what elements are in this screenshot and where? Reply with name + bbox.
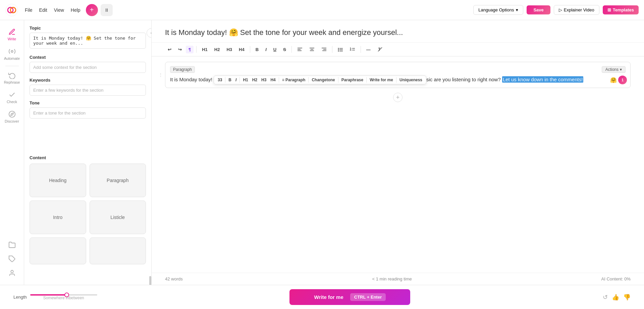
keywords-input[interactable]: [30, 85, 146, 96]
it-h1-button[interactable]: H1: [241, 77, 250, 83]
unordered-list-button[interactable]: [335, 45, 346, 53]
content-card-empty-2[interactable]: [90, 237, 146, 264]
scroll-thumb[interactable]: [149, 276, 151, 285]
h4-button[interactable]: H4: [236, 46, 247, 53]
refresh-icon[interactable]: ↺: [603, 294, 608, 301]
it-divider-7: [396, 77, 396, 83]
list-ol-icon: 1.2.: [350, 47, 355, 52]
topic-input[interactable]: [30, 33, 146, 49]
thumbs-down-icon[interactable]: 👎: [623, 294, 631, 301]
template-icon: ⊞: [607, 7, 611, 12]
automate-icon: [8, 48, 16, 55]
toolbar-divider-3: [291, 46, 292, 53]
slider-container: Somewhere inbetween: [30, 294, 97, 300]
editor-footer: 42 words < 1 min reading time AI Content…: [152, 273, 644, 285]
ordered-list-button[interactable]: 1.2.: [347, 45, 358, 53]
content-card-listicle[interactable]: Listicle: [90, 201, 146, 234]
nav-edit[interactable]: Edit: [39, 7, 47, 13]
add-button[interactable]: +: [86, 4, 98, 16]
it-h2-button[interactable]: H2: [251, 77, 259, 83]
nav-file[interactable]: File: [25, 7, 33, 13]
svg-point-7: [11, 270, 13, 273]
check-icon: [8, 91, 16, 98]
it-bold-button[interactable]: B: [227, 77, 233, 83]
align-center-button[interactable]: [307, 45, 317, 53]
svg-point-19: [338, 49, 339, 50]
sidebar-item-check[interactable]: Check: [0, 88, 24, 106]
tone-input[interactable]: [30, 107, 146, 119]
it-uniqueness-button[interactable]: Uniqueness: [398, 77, 424, 83]
it-divider-5: [338, 77, 338, 83]
it-italic-button[interactable]: I: [234, 77, 238, 83]
redo-button[interactable]: ↪: [175, 46, 184, 53]
italic-button[interactable]: I: [263, 46, 269, 53]
toolbar-divider-2: [250, 46, 250, 53]
content-card-intro[interactable]: Intro: [30, 201, 86, 234]
sidebar-label-automate: Automate: [4, 56, 20, 60]
align-right-button[interactable]: [319, 45, 329, 53]
it-divider-1: [225, 77, 225, 83]
language-options-button[interactable]: Language Options ▾: [473, 5, 523, 15]
bottom-icons: ↺ 👍 👎: [603, 294, 631, 301]
bold-button[interactable]: B: [253, 46, 261, 53]
write-for-me-button[interactable]: Write for me CTRL + Enter: [289, 289, 410, 305]
context-input[interactable]: [30, 62, 146, 73]
length-label: Length: [13, 295, 27, 300]
explainer-video-button[interactable]: ▷ Explainer Video: [554, 5, 599, 15]
h1-button[interactable]: H1: [199, 46, 210, 53]
h2-button[interactable]: H2: [212, 46, 223, 53]
content-card-heading[interactable]: Heading: [30, 164, 86, 197]
sidebar-item-rephrase[interactable]: Rephrase: [0, 69, 24, 87]
it-h4-button[interactable]: H4: [269, 77, 277, 83]
undo-button[interactable]: ↩: [165, 46, 174, 53]
sidebar-label-discover: Discover: [5, 119, 19, 123]
nav-view[interactable]: View: [54, 7, 64, 13]
sidebar-item-automate[interactable]: Automate: [0, 45, 24, 63]
left-panel-content: Topic Context Keywords Tone: [24, 20, 151, 155]
editor-toolbar: ↩ ↪ ¶ H1 H2 H3 H4 B I U S: [152, 43, 644, 56]
sidebar-item-discover[interactable]: Discover: [0, 108, 24, 126]
thumbs-up-icon[interactable]: 👍: [612, 294, 619, 301]
rephrase-icon: [8, 72, 16, 79]
svg-marker-5: [11, 113, 13, 116]
align-right-icon: [321, 47, 327, 52]
add-block-button[interactable]: +: [393, 93, 402, 102]
content-card-empty-1[interactable]: [30, 237, 86, 264]
word-count: 42 words: [165, 276, 183, 281]
nav-menu: File Edit View Help: [25, 7, 80, 13]
scroll-track[interactable]: [149, 276, 151, 285]
logo-icon[interactable]: [5, 4, 18, 16]
svg-point-4: [9, 111, 15, 117]
nav-help[interactable]: Help: [71, 7, 80, 13]
tone-label: Tone: [30, 100, 146, 105]
h3-button[interactable]: H3: [224, 46, 235, 53]
toolbar-divider-4: [332, 46, 332, 53]
sidebar-item-user[interactable]: [0, 267, 24, 279]
templates-button[interactable]: ⊞ Templates: [603, 5, 639, 14]
highlighted-text[interactable]: Let us know down in the comments!: [502, 76, 583, 83]
pause-button[interactable]: ⏸: [101, 4, 113, 16]
it-h3-button[interactable]: H3: [260, 77, 268, 83]
it-write-for-me-button[interactable]: Write for me: [368, 77, 395, 83]
save-button[interactable]: Save: [527, 5, 550, 14]
paragraph-tag: Paragraph: [170, 66, 195, 73]
actions-button[interactable]: Actions ▾: [602, 66, 626, 73]
underline-button[interactable]: U: [271, 46, 279, 53]
list-ul-icon: [338, 47, 343, 52]
clear-format-button[interactable]: [375, 45, 385, 53]
it-paragraph-button[interactable]: ≡ Paragraph: [280, 77, 307, 83]
horizontal-rule-button[interactable]: —: [364, 46, 373, 53]
navbar: File Edit View Help + ⏸ Language Options…: [0, 0, 644, 20]
svg-point-17: [338, 48, 339, 49]
sidebar-item-tag[interactable]: [0, 253, 24, 265]
sidebar-item-folder[interactable]: [0, 238, 24, 251]
content-card-paragraph[interactable]: Paragraph: [90, 164, 146, 197]
paragraph-format-button[interactable]: ¶: [186, 46, 194, 53]
notification-badge: 1: [618, 76, 627, 84]
sidebar-item-write[interactable]: Write: [0, 26, 24, 44]
write-shortcut-label: CTRL + Enter: [350, 293, 386, 301]
align-left-button[interactable]: [294, 45, 305, 53]
it-changetone-button[interactable]: Changetone: [310, 77, 336, 83]
it-paraphrase-button[interactable]: Paraphrase: [340, 77, 365, 83]
strikethrough-button[interactable]: S: [280, 46, 289, 53]
